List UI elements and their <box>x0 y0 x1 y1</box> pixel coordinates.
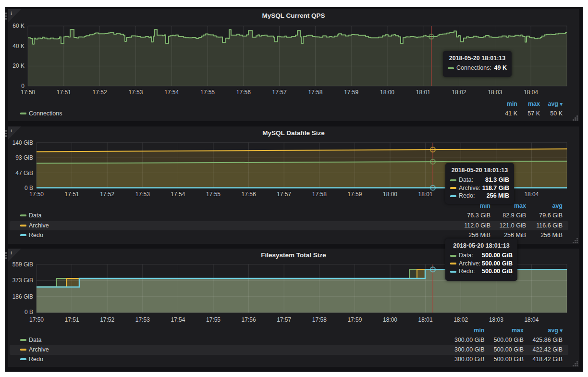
svg-text:17:57: 17:57 <box>277 316 291 323</box>
svg-text:373 GiB: 373 GiB <box>12 277 33 284</box>
svg-text:18:00: 18:00 <box>383 191 397 198</box>
svg-text:17:55: 17:55 <box>206 191 220 198</box>
svg-text:17:57: 17:57 <box>277 191 291 198</box>
svg-text:17:58: 17:58 <box>312 316 327 323</box>
svg-text:17:52: 17:52 <box>93 89 107 96</box>
svg-text:17:51: 17:51 <box>65 316 79 323</box>
svg-text:18:02: 18:02 <box>452 89 466 96</box>
svg-text:40 K: 40 K <box>12 43 24 50</box>
svg-text:93 GiB: 93 GiB <box>15 154 33 161</box>
svg-text:17:51: 17:51 <box>57 89 71 96</box>
svg-text:559 GiB: 559 GiB <box>12 261 33 268</box>
svg-text:17:56: 17:56 <box>236 89 251 96</box>
svg-text:18:00: 18:00 <box>383 316 397 323</box>
svg-text:17:55: 17:55 <box>200 89 215 96</box>
svg-text:17:59: 17:59 <box>344 89 358 96</box>
svg-text:18:01: 18:01 <box>416 89 430 96</box>
svg-text:18:03: 18:03 <box>489 316 503 323</box>
svg-text:17:53: 17:53 <box>135 191 150 198</box>
svg-text:60 K: 60 K <box>12 23 24 29</box>
svg-text:17:53: 17:53 <box>135 316 150 323</box>
svg-text:18:01: 18:01 <box>418 191 433 198</box>
svg-text:17:59: 17:59 <box>347 316 362 323</box>
svg-text:140 GiB: 140 GiB <box>12 139 33 146</box>
svg-text:17:54: 17:54 <box>171 316 185 323</box>
svg-text:17:50: 17:50 <box>29 316 44 323</box>
svg-text:17:54: 17:54 <box>164 89 179 96</box>
svg-text:17:56: 17:56 <box>242 191 256 198</box>
svg-text:17:55: 17:55 <box>206 316 220 323</box>
svg-text:17:52: 17:52 <box>100 191 114 198</box>
svg-text:18:02: 18:02 <box>453 316 468 323</box>
svg-text:17:50: 17:50 <box>21 89 35 96</box>
svg-text:17:54: 17:54 <box>171 191 185 198</box>
svg-text:17:58: 17:58 <box>308 89 322 96</box>
svg-text:18:03: 18:03 <box>488 89 502 96</box>
svg-text:17:52: 17:52 <box>100 316 114 323</box>
svg-text:18:00: 18:00 <box>380 89 394 96</box>
svg-text:18:01: 18:01 <box>418 316 433 323</box>
svg-text:0: 0 <box>21 83 24 89</box>
svg-text:17:50: 17:50 <box>29 191 44 198</box>
svg-text:17:53: 17:53 <box>128 89 143 96</box>
svg-text:17:56: 17:56 <box>242 316 256 323</box>
svg-text:0 B: 0 B <box>24 185 33 191</box>
svg-text:17:57: 17:57 <box>272 89 287 96</box>
svg-text:17:51: 17:51 <box>65 191 79 198</box>
svg-text:18:04: 18:04 <box>524 316 539 323</box>
svg-text:47 GiB: 47 GiB <box>15 170 33 176</box>
svg-text:18:04: 18:04 <box>524 191 539 198</box>
svg-text:17:59: 17:59 <box>347 191 362 198</box>
svg-text:20 K: 20 K <box>12 63 24 69</box>
svg-text:186 GiB: 186 GiB <box>12 293 33 300</box>
svg-text:18:04: 18:04 <box>524 89 538 96</box>
svg-text:17:58: 17:58 <box>312 191 327 198</box>
svg-text:0 B: 0 B <box>24 309 33 315</box>
